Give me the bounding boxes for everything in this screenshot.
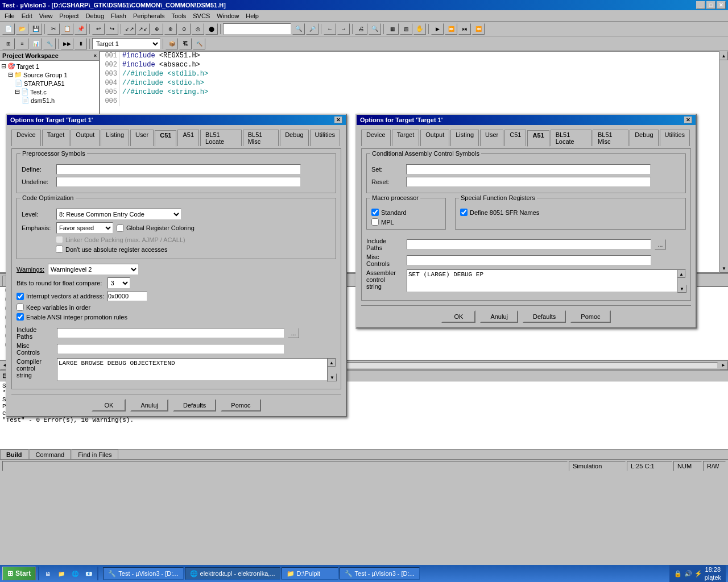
tab-debug2[interactable]: Debug — [630, 130, 658, 146]
paste-button[interactable]: 📌 — [75, 23, 87, 35]
emphasis-select[interactable]: Favor speed — [56, 222, 113, 234]
tab-c51[interactable]: C51 — [155, 130, 176, 147]
global-reg-checkbox[interactable] — [117, 225, 124, 232]
start-button[interactable]: ⊞ Start — [2, 567, 36, 580]
keep-checkbox[interactable] — [16, 304, 24, 311]
scroll-up-button[interactable]: ▲ — [719, 51, 728, 60]
set-input[interactable] — [406, 164, 651, 174]
tb2-btn3[interactable]: 📊 — [30, 38, 42, 49]
taskbar-item-test[interactable]: 🔧 Test - µVision3 - [D:... — [340, 567, 420, 580]
output-tab-command[interactable]: Command — [30, 450, 71, 459]
textarea-scroll-up[interactable]: ▲ — [328, 359, 336, 367]
zoom-button[interactable]: 🔍 — [369, 23, 381, 35]
hand-button[interactable]: ✋ — [413, 23, 426, 35]
menu-flash[interactable]: Flash — [107, 11, 130, 20]
menu-file[interactable]: File — [1, 11, 18, 20]
dialog2-ok-button[interactable]: OK — [441, 310, 475, 323]
keep-label[interactable]: Keep variables in order — [16, 304, 90, 311]
tb-btn-7[interactable]: ⊕ — [151, 23, 163, 35]
tab-output2[interactable]: Output — [420, 130, 449, 146]
dialog-a51[interactable]: Options for Target 'Target 1' ✕ Device T… — [355, 114, 697, 329]
tab-a51[interactable]: A51 — [527, 130, 549, 147]
include-paths-input[interactable] — [57, 328, 284, 338]
tree-item-target[interactable]: ⊟ 🎯 Target 1 — [1, 62, 98, 70]
tab-output1[interactable]: Output — [71, 130, 100, 146]
tb-btn-5[interactable]: ↙↗ — [123, 23, 136, 35]
tab-bl51locate1[interactable]: BL51 Locate — [200, 130, 242, 146]
define-input[interactable] — [56, 164, 301, 174]
tree-item-testc[interactable]: ⊟ 📄 Test.c — [15, 88, 98, 96]
cut-button[interactable]: ✂ — [47, 23, 60, 35]
undo-button[interactable]: ↩ — [92, 23, 105, 35]
tab-utilities1[interactable]: Utilities — [310, 130, 340, 146]
ansi-label[interactable]: Enable ANSI integer promotion rules — [16, 313, 127, 321]
tab-bl51misc2[interactable]: BL51 Misc — [593, 130, 628, 146]
d2-textarea-scroll-up[interactable]: ▲ — [677, 270, 685, 278]
search-button[interactable]: 🔍 — [292, 23, 305, 35]
dialog1-defaults-button[interactable]: Defaults — [173, 399, 216, 411]
ql-btn2[interactable]: 📁 — [55, 568, 68, 579]
menu-debug[interactable]: Debug — [82, 11, 107, 20]
view-btn1[interactable]: ▦ — [386, 23, 399, 35]
find-button[interactable]: 🔎 — [306, 23, 318, 35]
search-input[interactable] — [223, 23, 291, 35]
d2-textarea-scroll-down[interactable]: ▼ — [677, 285, 686, 293]
standard-label[interactable]: Standard — [371, 209, 441, 216]
close-button[interactable]: ✕ — [717, 1, 726, 9]
copy-button[interactable]: 📋 — [61, 23, 73, 35]
d2-include-browse-button[interactable]: ... — [655, 239, 666, 250]
taskbar-item-desktop[interactable]: 📁 D:\Pulpit — [282, 567, 338, 580]
panel-close-button[interactable]: × — [94, 53, 97, 59]
tb-btn-9[interactable]: ⊙ — [178, 23, 191, 35]
dialog-c51[interactable]: Options for Target 'Target 1' ✕ Device T… — [6, 114, 347, 417]
warnings-select[interactable]: Warninglevel 2 — [48, 264, 139, 275]
tab-listing2[interactable]: Listing — [450, 130, 479, 146]
menu-tools[interactable]: Tools — [168, 11, 190, 20]
scroll-down-button[interactable]: ▼ — [719, 264, 728, 273]
dbg-btn4[interactable]: ⏪ — [472, 23, 485, 35]
dialog2-cancel-button[interactable]: Anuluj — [480, 310, 518, 323]
tb2-btn7[interactable]: 📦 — [166, 38, 178, 49]
tab-user2[interactable]: User — [480, 130, 503, 146]
ql-btn4[interactable]: 📧 — [82, 568, 95, 579]
tab-device1[interactable]: Device — [11, 130, 41, 146]
dialog1-ok-button[interactable]: OK — [92, 399, 126, 411]
ql-btn1[interactable]: 🖥 — [42, 568, 54, 579]
tb2-btn2[interactable]: ≡ — [16, 38, 28, 49]
new-file-button[interactable]: 📄 — [2, 23, 15, 35]
interrupt-checkbox[interactable] — [16, 293, 24, 300]
tb2-btn1[interactable]: ⊞ — [2, 38, 15, 49]
menu-peripherals[interactable]: Peripherals — [130, 11, 168, 20]
tree-item-dsm51h[interactable]: 📄 dsm51.h — [22, 96, 98, 105]
tab-bl51locate2[interactable]: BL51 Locate — [551, 130, 592, 146]
dialog2-close-button[interactable]: ✕ — [684, 117, 692, 123]
define8051-checkbox[interactable] — [460, 209, 468, 216]
menu-project[interactable]: Project — [56, 11, 82, 20]
d2-textarea-scrollbar[interactable]: ▲ ▼ — [677, 269, 686, 293]
tb2-btn6[interactable]: ⏸ — [75, 38, 87, 49]
d2-misc-controls-input[interactable] — [407, 255, 651, 265]
menu-svcs[interactable]: SVCS — [189, 11, 213, 20]
tab-listing1[interactable]: Listing — [101, 130, 129, 146]
standard-checkbox[interactable] — [371, 209, 379, 216]
ansi-checkbox[interactable] — [16, 313, 24, 321]
d2-include-paths-input[interactable] — [407, 239, 651, 250]
open-button[interactable]: 📂 — [16, 23, 28, 35]
dialog1-help-button[interactable]: Pomoc — [221, 399, 260, 411]
taskbar-item-electroda[interactable]: 🌐 elektroda.pl - elektronika,... — [185, 567, 280, 580]
interrupt-label[interactable]: Interrupt vectors at address: — [16, 293, 104, 300]
assembler-control-textarea[interactable]: SET (LARGE) DEBUG EP — [407, 269, 686, 292]
tab-debug1[interactable]: Debug — [280, 130, 308, 146]
bits-select[interactable]: 3 — [107, 277, 130, 289]
dialog1-cancel-button[interactable]: Anuluj — [130, 399, 168, 411]
ql-btn3[interactable]: 🌐 — [69, 568, 81, 579]
mpl-label[interactable]: MPL — [371, 218, 441, 226]
tb-btn-8[interactable]: ⊗ — [164, 23, 177, 35]
output-tab-build[interactable]: Build — [0, 450, 28, 459]
tab-target1[interactable]: Target — [42, 130, 70, 146]
target-select[interactable]: Target 1 — [92, 38, 160, 49]
dbg-btn3[interactable]: ⏭ — [458, 23, 471, 35]
dialog2-help-button[interactable]: Pomoc — [570, 310, 610, 323]
menu-window[interactable]: Window — [213, 11, 242, 20]
hscroll-right-button[interactable]: ► — [719, 361, 728, 370]
